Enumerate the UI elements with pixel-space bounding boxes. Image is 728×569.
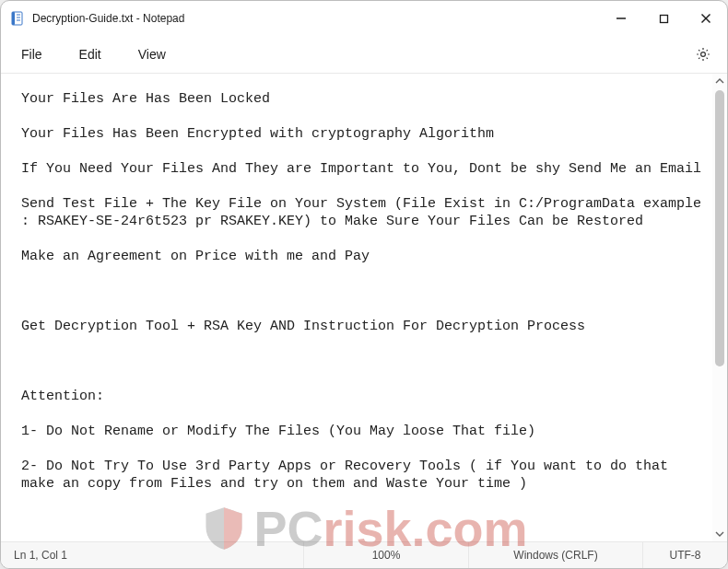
close-button[interactable] [685,1,727,36]
titlebar: Decryption-Guide.txt - Notepad [1,1,727,36]
maximize-button[interactable] [642,1,685,36]
scroll-down-arrow-icon[interactable] [712,527,727,541]
notepad-app-icon [10,11,25,26]
vertical-scrollbar[interactable] [712,74,727,541]
menu-view[interactable]: View [125,41,179,67]
settings-button[interactable] [687,38,720,71]
menu-file[interactable]: File [8,41,55,67]
text-editor[interactable]: Your Files Are Has Been Locked Your File… [1,74,712,541]
status-position: Ln 1, Col 1 [1,542,304,568]
minimize-button[interactable] [600,1,642,36]
svg-rect-6 [660,15,667,22]
status-eol: Windows (CRLF) [469,542,643,568]
status-encoding: UTF-8 [643,542,727,568]
svg-point-9 [701,52,706,57]
window-title: Decryption-Guide.txt - Notepad [32,12,184,25]
svg-rect-1 [12,12,15,25]
scrollbar-thumb[interactable] [715,90,724,366]
menubar: File Edit View [1,36,727,74]
status-zoom: 100% [304,542,469,568]
scroll-up-arrow-icon[interactable] [712,74,727,88]
notepad-window: Decryption-Guide.txt - Notepad File Edit… [0,0,728,569]
content-area: Your Files Are Has Been Locked Your File… [1,74,727,541]
statusbar: Ln 1, Col 1 100% Windows (CRLF) UTF-8 [1,541,727,568]
menu-edit[interactable]: Edit [66,41,114,67]
